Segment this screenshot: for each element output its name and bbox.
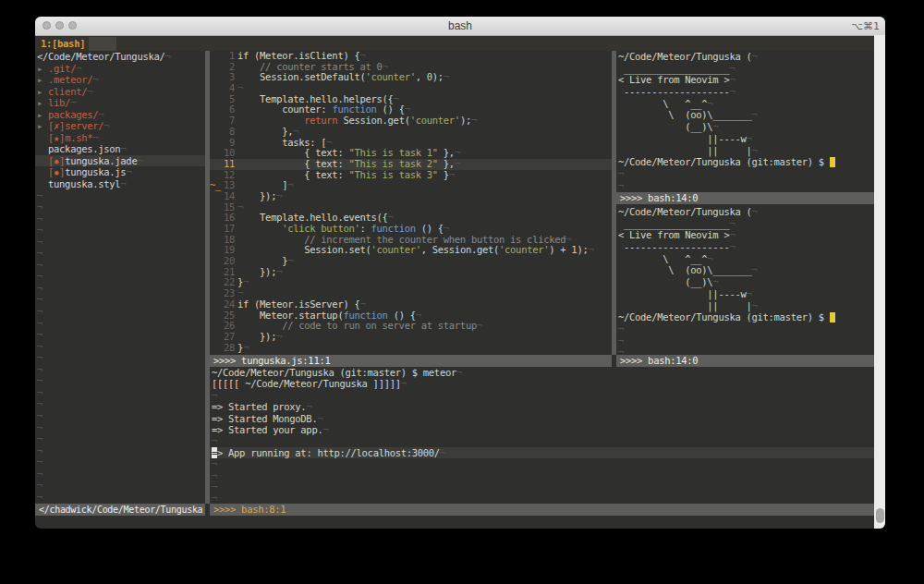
tree-item-lib-[interactable]: ▸ lib/¬ bbox=[35, 97, 205, 109]
gitgutter-sign bbox=[210, 256, 222, 267]
tree-blank-line: ¬ bbox=[35, 422, 205, 434]
tree-blank-line: ¬ bbox=[35, 375, 205, 387]
status-bar-terminal-middle: >>>> bash:14:0 bbox=[616, 355, 874, 367]
terminal-line: ||----w¬ bbox=[616, 288, 874, 300]
code-line-28[interactable]: 28}¬ bbox=[210, 343, 612, 354]
terminal-line: ¬ bbox=[210, 493, 874, 504]
terminal-line: ~/Code/Meteor/Tunguska (git:master) $ bbox=[616, 311, 874, 323]
tree-item-packages-[interactable]: ▸ packages/¬ bbox=[35, 109, 205, 121]
gitgutter-sign bbox=[210, 224, 222, 235]
terminal-pane-middle[interactable]: ~/Code/Meteor/Tunguska (¬ ______________… bbox=[616, 206, 874, 355]
gitgutter-sign bbox=[210, 62, 222, 73]
tree-item-.meteor-[interactable]: ▸ .meteor/¬ bbox=[35, 74, 205, 86]
terminal-line: || |¬ bbox=[616, 300, 874, 312]
prompt-cursor bbox=[830, 312, 835, 322]
terminal-line: || |¬ bbox=[616, 145, 874, 157]
tree-item-m.sh-[interactable]: [★]m.sh*¬ bbox=[35, 132, 205, 144]
line-number: 20 bbox=[222, 256, 235, 267]
gitgutter-sign bbox=[210, 51, 222, 62]
terminal-line: => Started proxy.¬ bbox=[210, 401, 874, 412]
terminal-line: (__)\¬ bbox=[616, 121, 874, 133]
tree-blank-line: ¬ bbox=[35, 341, 205, 353]
gitgutter-sign bbox=[210, 159, 222, 170]
prompt-cursor bbox=[830, 157, 835, 167]
window-titlebar[interactable]: bash ⌥⌘1 bbox=[35, 17, 885, 36]
line-number: 17 bbox=[222, 224, 235, 235]
terminal-line: ¬ bbox=[210, 481, 874, 493]
code-line-27[interactable]: 27 });¬ bbox=[210, 332, 612, 343]
line-number: 11 bbox=[222, 159, 235, 170]
terminal-line: ¬ bbox=[616, 347, 874, 355]
scrollbar-track[interactable] bbox=[874, 35, 885, 529]
tree-blank-line: ¬ bbox=[35, 410, 205, 422]
tree-blank-line: ¬ bbox=[35, 318, 205, 330]
status-bar-nerdtree: </chadwick/Code/Meteor/Tunguska bbox=[35, 504, 205, 516]
tree-item-client-[interactable]: ▸ client/¬ bbox=[35, 86, 205, 98]
line-number: 24 bbox=[222, 299, 235, 310]
tree-item-tunguska.js[interactable]: [✹]tunguska.js¬ bbox=[35, 166, 205, 178]
terminal-line: < Live from Neovim >¬ bbox=[616, 229, 874, 241]
nerdtree-pane[interactable]: </Code/Meteor/Tunguska/¬▸ .git/¬▸ .meteo… bbox=[35, 51, 205, 504]
terminal-line: ~/Code/Meteor/Tunguska (¬ bbox=[616, 206, 874, 218]
gitgutter-sign bbox=[210, 191, 222, 202]
terminal-line: ¬ bbox=[210, 435, 874, 446]
terminal-pane-top[interactable]: ~/Code/Meteor/Tunguska (¬ ______________… bbox=[616, 51, 874, 192]
tree-blank-line: ¬ bbox=[35, 260, 205, 272]
tree-blank-line: ¬ bbox=[35, 237, 205, 249]
terminal-line: [[[[[ ~/Code/Meteor/Tunguska ]]]]]¬ bbox=[210, 378, 874, 389]
code-line-3[interactable]: 3 Session.setDefault('counter', 0);¬ bbox=[210, 72, 612, 83]
window-shortcut-badge: ⌥⌘1 bbox=[851, 20, 880, 32]
tree-blank-line: ¬ bbox=[35, 492, 205, 504]
gitgutter-sign bbox=[210, 267, 222, 278]
terminal-line: ___________________¬ bbox=[616, 218, 874, 230]
tree-blank-line: ¬ bbox=[35, 294, 205, 306]
terminal-line: \ ^__^¬ bbox=[616, 253, 874, 265]
screen: bash ⌥⌘1 1:[bash] </Code/Meteor/Tunguska… bbox=[0, 0, 924, 584]
gitgutter-sign bbox=[210, 116, 222, 127]
line-number: 27 bbox=[222, 332, 235, 343]
terminal-line: => Started your app.¬ bbox=[210, 424, 874, 435]
terminal-pane-bottom[interactable]: ~/Code/Meteor/Tunguska (git:master) $ me… bbox=[210, 367, 874, 504]
window-title: bash bbox=[35, 19, 885, 32]
terminal-line: \ ^__^¬ bbox=[616, 98, 874, 110]
terminal-line: ¬ bbox=[210, 470, 874, 481]
line-number: 14 bbox=[222, 191, 235, 202]
gitgutter-sign bbox=[210, 288, 222, 299]
code-line-21[interactable]: 21 });¬ bbox=[210, 267, 612, 278]
line-number: 4 bbox=[222, 83, 235, 94]
gitgutter-sign bbox=[210, 321, 222, 332]
tree-item-.git-[interactable]: ▸ .git/¬ bbox=[35, 63, 205, 75]
editor-pane[interactable]: 1if (Meteor.isClient) {¬2 // counter sta… bbox=[210, 51, 612, 355]
terminal-line: ¬ bbox=[210, 458, 874, 469]
terminal-line: => Started MongoDB.¬ bbox=[210, 413, 874, 424]
tree-blank-line: ¬ bbox=[35, 433, 205, 445]
tree-item-packages.json[interactable]: packages.json¬ bbox=[35, 143, 205, 155]
terminal-line: ¬ bbox=[616, 168, 874, 180]
line-number: 8 bbox=[222, 127, 235, 138]
gitgutter-sign bbox=[210, 127, 222, 138]
terminal-line: ¬ bbox=[616, 180, 874, 192]
terminal-line: => App running at: http://localhost:3000… bbox=[210, 447, 874, 458]
status-bar-terminal-bottom: >>>> bash:8:1 bbox=[210, 504, 874, 516]
terminal-line: \ (oo)\_______¬ bbox=[616, 264, 874, 276]
tree-blank-line: ¬ bbox=[35, 329, 205, 341]
gitgutter-sign bbox=[210, 72, 222, 83]
status-bar-editor: >>>> tunguska.js:11:1 bbox=[210, 355, 612, 367]
gitgutter-sign bbox=[210, 310, 222, 322]
line-number: 1 bbox=[222, 51, 235, 62]
tree-blank-line: ¬ bbox=[35, 445, 205, 457]
scrollbar-thumb[interactable] bbox=[876, 508, 884, 523]
terminal-line: (__)\¬ bbox=[616, 276, 874, 288]
tree-item-tunguska.jade[interactable]: [✹]tunguska.jade¬ bbox=[35, 155, 205, 167]
tmux-window-block bbox=[89, 37, 116, 51]
tree-root[interactable]: </Code/Meteor/Tunguska/¬ bbox=[35, 51, 205, 63]
code-line-22[interactable]: 22}¬ bbox=[210, 277, 612, 288]
terminal-line: ___________________¬ bbox=[616, 63, 874, 75]
terminal-line: \ (oo)\_______¬ bbox=[616, 109, 874, 121]
tree-item-server-[interactable]: ▸ [✗]server/¬ bbox=[35, 120, 205, 132]
status-bar-terminal-top: >>>> bash:14:0 bbox=[616, 192, 874, 204]
tmux-session-label[interactable]: 1:[bash] bbox=[41, 38, 85, 49]
code-line-14[interactable]: 14 });¬ bbox=[210, 191, 612, 202]
tree-item-tunguska.styl[interactable]: tunguska.styl¬ bbox=[35, 178, 205, 190]
tree-blank-line: ¬ bbox=[35, 190, 205, 202]
